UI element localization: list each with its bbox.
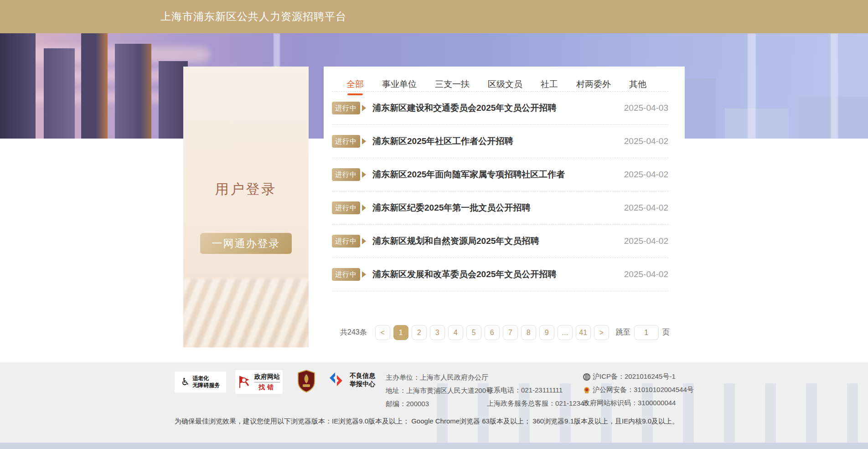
- announcement-card: 全部事业单位三支一扶区级文员社工村两委外其他 进行中浦东新区建设和交通委员会20…: [324, 67, 685, 347]
- page-button-1[interactable]: 1: [393, 325, 408, 340]
- announcement-title[interactable]: 浦东新区2025年社区工作者公开招聘: [372, 135, 513, 147]
- tab-全部[interactable]: 全部: [346, 78, 364, 91]
- tab-村两委外[interactable]: 村两委外: [576, 78, 611, 91]
- status-badge: 进行中: [332, 268, 360, 281]
- badge-arrow-icon: [362, 271, 366, 278]
- login-button[interactable]: 一网通办登录: [200, 233, 292, 254]
- announcement-row[interactable]: 进行中浦东新区2025年社区工作者公开招聘2025-04-02: [332, 125, 668, 158]
- pagination: 共243条 <123456789...41> 跳至 页: [340, 325, 676, 340]
- category-tabs: 全部事业单位三支一扶区级文员社工村两委外其他: [324, 67, 685, 91]
- tab-其他[interactable]: 其他: [629, 78, 646, 91]
- tab-区级文员[interactable]: 区级文员: [488, 78, 522, 91]
- next-page-button[interactable]: >: [594, 325, 609, 340]
- footer-org-column: 主办单位：上海市人民政府办公厅 地址：上海市黄浦区人民大道200号 邮编：200…: [386, 373, 493, 413]
- announcement-list: 进行中浦东新区建设和交通委员会2025年文员公开招聘2025-04-03进行中浦…: [332, 91, 668, 291]
- footer-site-code: 政府网站标识码：3100000044: [583, 399, 676, 408]
- icp-icon: [583, 373, 590, 381]
- report-badge-line2: 举报中心: [350, 380, 375, 388]
- login-panel-art: [183, 279, 309, 347]
- announcement-date: 2025-04-02: [624, 136, 668, 146]
- bad-info-report-badge[interactable]: 不良信息 举报中心: [328, 371, 375, 389]
- announcement-title[interactable]: 浦东新区纪委2025年第一批文员公开招聘: [372, 202, 530, 214]
- footer-contact-column: 联系电话：021-23111111 上海政务服务总客服：021-12345: [487, 386, 588, 413]
- status-badge: 进行中: [332, 168, 360, 181]
- footer: ♿ 适老化 无障碍服务 政府网站 找错: [0, 362, 868, 449]
- page-button-9[interactable]: 9: [539, 325, 554, 340]
- page-button-2[interactable]: 2: [412, 325, 427, 340]
- badge-arrow-icon: [362, 138, 366, 145]
- footer-service-hotline: 上海政务服务总客服：021-12345: [487, 399, 588, 408]
- wheelchair-icon: ♿: [181, 376, 190, 388]
- announcement-row[interactable]: 进行中浦东新区发展和改革委员会2025年文员公开招聘2025-04-02: [332, 258, 668, 291]
- status-badge: 进行中: [332, 201, 360, 214]
- page-button-4[interactable]: 4: [448, 325, 463, 340]
- footer-record-column: 沪ICP备：2021016245号-1 沪公网安备：31010102004544…: [583, 372, 694, 412]
- tab-三支一扶[interactable]: 三支一扶: [435, 78, 470, 91]
- announcement-title[interactable]: 浦东新区发展和改革委员会2025年文员公开招聘: [372, 268, 556, 280]
- site-header: 上海市浦东新区公共人力资源招聘平台: [0, 0, 868, 33]
- announcement-title[interactable]: 浦东新区2025年面向随军家属专项招聘社区工作者: [372, 169, 565, 181]
- browser-compatibility-note: 为确保最佳浏览效果，建议您使用以下浏览器版本：IE浏览器9.0版本及以上； Go…: [175, 417, 679, 426]
- site-title: 上海市浦东新区公共人力资源招聘平台: [160, 0, 346, 33]
- flag-magnifier-icon: [238, 375, 252, 389]
- login-title: 用户登录: [183, 180, 309, 199]
- jump-label: 跳至: [616, 328, 630, 337]
- page-jump-input[interactable]: [634, 325, 659, 340]
- gov-error-badge-line1: 政府网站: [254, 373, 280, 382]
- announcement-row[interactable]: 进行中浦东新区规划和自然资源局2025年文员招聘2025-04-02: [332, 225, 668, 258]
- announcement-date: 2025-04-02: [624, 203, 668, 213]
- announcement-date: 2025-04-03: [624, 103, 668, 113]
- prev-page-button[interactable]: <: [375, 325, 390, 340]
- page-button-3[interactable]: 3: [430, 325, 445, 340]
- accessibility-badge-line2: 无障碍服务: [192, 382, 220, 388]
- footer-security-record[interactable]: 沪公网安备：31010102004544号: [593, 386, 694, 394]
- badge-arrow-icon: [362, 171, 366, 178]
- footer-address: 地址：上海市黄浦区人民大道200号: [386, 387, 493, 395]
- badge-arrow-icon: [362, 238, 366, 244]
- page-button-5[interactable]: 5: [466, 325, 481, 340]
- badge-arrow-icon: [362, 105, 366, 111]
- gov-site-error-badge[interactable]: 政府网站 找错: [235, 370, 283, 394]
- announcement-row[interactable]: 进行中浦东新区建设和交通委员会2025年文员公开招聘2025-04-03: [332, 92, 668, 125]
- status-badge: 进行中: [332, 135, 360, 148]
- page: 上海市浦东新区公共人力资源招聘平台 用户登录 一网通办登录 全部事业单位三支一扶…: [0, 0, 868, 449]
- jump-unit-label: 页: [662, 328, 670, 337]
- shield-icon: [297, 370, 315, 392]
- page-button-8[interactable]: 8: [521, 325, 536, 340]
- status-badge: 进行中: [332, 235, 360, 248]
- gov-shield-badge[interactable]: [297, 370, 315, 392]
- login-panel: 用户登录 一网通办登录: [183, 67, 309, 347]
- total-count: 共243条: [340, 328, 367, 337]
- report-center-icon: [328, 371, 346, 389]
- footer-postcode: 邮编：200003: [386, 400, 493, 408]
- report-badge-line1: 不良信息: [350, 372, 375, 380]
- status-badge: 进行中: [332, 102, 360, 114]
- announcement-title[interactable]: 浦东新区规划和自然资源局2025年文员招聘: [372, 235, 539, 247]
- page-button-7[interactable]: 7: [503, 325, 518, 340]
- page-buttons: <123456789...41>: [375, 325, 612, 340]
- announcement-title[interactable]: 浦东新区建设和交通委员会2025年文员公开招聘: [372, 102, 556, 114]
- announcement-row[interactable]: 进行中浦东新区纪委2025年第一批文员公开招聘2025-04-02: [332, 191, 668, 225]
- tab-社工[interactable]: 社工: [541, 78, 558, 91]
- announcement-date: 2025-04-02: [624, 269, 668, 279]
- badge-arrow-icon: [362, 205, 366, 211]
- announcement-date: 2025-04-02: [624, 236, 668, 246]
- announcement-date: 2025-04-02: [624, 170, 668, 180]
- tab-事业单位[interactable]: 事业单位: [382, 78, 417, 91]
- footer-bottom-strip: [0, 443, 868, 449]
- footer-phone: 联系电话：021-23111111: [487, 386, 588, 395]
- accessibility-badge[interactable]: ♿ 适老化 无障碍服务: [175, 372, 226, 392]
- page-button-41[interactable]: 41: [576, 325, 591, 340]
- gov-error-badge-line2: 找错: [254, 383, 280, 392]
- public-security-icon: [583, 387, 590, 394]
- footer-icp[interactable]: 沪ICP备：2021016245号-1: [593, 372, 676, 381]
- accessibility-badge-line1: 适老化: [192, 375, 209, 382]
- footer-org: 主办单位：上海市人民政府办公厅: [386, 373, 493, 382]
- announcement-row[interactable]: 进行中浦东新区2025年面向随军家属专项招聘社区工作者2025-04-02: [332, 158, 668, 191]
- page-ellipsis-button[interactable]: ...: [558, 325, 573, 340]
- page-button-6[interactable]: 6: [485, 325, 500, 340]
